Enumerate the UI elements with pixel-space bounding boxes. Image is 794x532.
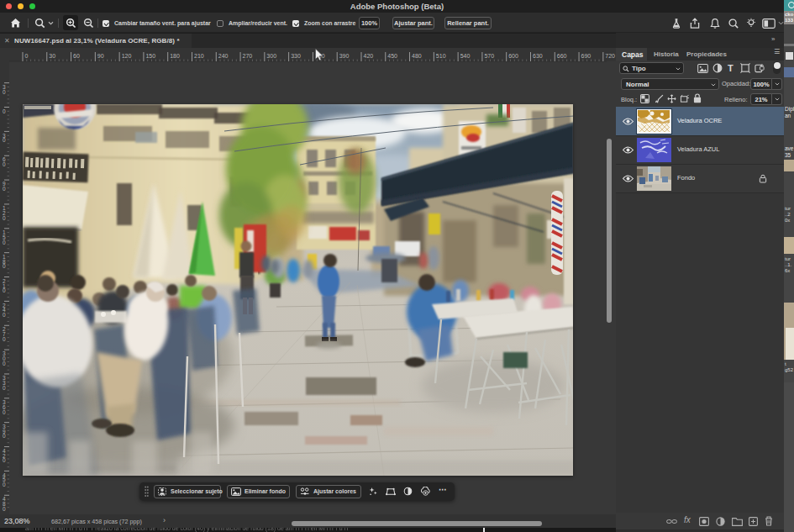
- svg-text:0: 0: [3, 312, 6, 318]
- svg-text:300: 300: [266, 53, 276, 59]
- svg-text:0: 0: [3, 240, 6, 245]
- svg-text:30: 30: [49, 53, 55, 59]
- svg-text:450: 450: [387, 53, 397, 59]
- svg-text:570: 570: [484, 53, 494, 59]
- svg-text:0: 0: [3, 336, 6, 342]
- svg-text:330: 330: [291, 53, 301, 59]
- svg-text:0: 0: [3, 482, 6, 487]
- svg-text:690: 690: [581, 53, 592, 59]
- svg-text:540: 540: [460, 53, 471, 59]
- svg-text:0: 0: [3, 186, 6, 192]
- svg-text:90: 90: [97, 53, 104, 59]
- svg-text:480: 480: [412, 53, 422, 59]
- svg-text:0: 0: [3, 137, 6, 143]
- svg-text:0: 0: [3, 361, 6, 366]
- svg-text:0: 0: [3, 263, 6, 269]
- svg-text:0: 0: [3, 108, 6, 114]
- svg-text:60: 60: [73, 53, 80, 59]
- svg-text:0: 0: [3, 457, 6, 463]
- svg-text:0: 0: [3, 215, 6, 221]
- svg-text:150: 150: [145, 53, 155, 59]
- svg-text:0: 0: [3, 409, 6, 415]
- svg-text:180: 180: [170, 53, 180, 59]
- svg-text:0: 0: [3, 161, 6, 167]
- svg-text:390: 390: [339, 53, 350, 59]
- svg-text:0: 0: [25, 53, 29, 59]
- svg-text:120: 120: [122, 53, 132, 59]
- svg-text:270: 270: [243, 53, 253, 59]
- svg-text:420: 420: [363, 53, 373, 59]
- svg-text:510: 510: [436, 53, 446, 59]
- svg-text:0: 0: [3, 287, 6, 293]
- svg-text:210: 210: [194, 53, 204, 59]
- svg-text:600: 600: [508, 53, 518, 59]
- svg-text:0: 0: [3, 89, 6, 95]
- svg-text:0: 0: [3, 385, 6, 391]
- svg-text:240: 240: [218, 53, 229, 59]
- svg-text:630: 630: [533, 53, 543, 59]
- svg-text:660: 660: [557, 53, 567, 59]
- svg-text:0: 0: [3, 506, 6, 512]
- svg-text:720: 720: [605, 53, 615, 59]
- svg-text:0: 0: [3, 433, 6, 439]
